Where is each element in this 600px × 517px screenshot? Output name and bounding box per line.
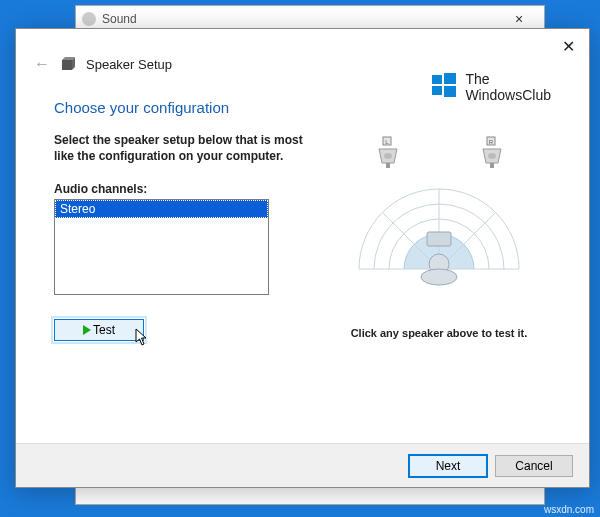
svg-rect-6 bbox=[444, 86, 456, 97]
svg-rect-5 bbox=[432, 86, 442, 95]
instruction-text: Select the speaker setup below that is m… bbox=[54, 132, 314, 164]
close-icon[interactable]: ✕ bbox=[562, 37, 575, 56]
branding-text: The WindowsClub bbox=[465, 71, 551, 103]
cancel-button[interactable]: Cancel bbox=[495, 455, 573, 477]
speaker-setup-dialog: ✕ ← Speaker Setup The WindowsClub Choose… bbox=[15, 28, 590, 488]
next-button-label: Next bbox=[436, 459, 461, 473]
svg-point-15 bbox=[384, 153, 392, 159]
svg-marker-0 bbox=[62, 60, 72, 70]
svg-point-24 bbox=[421, 269, 457, 285]
back-arrow-icon[interactable]: ← bbox=[34, 55, 50, 73]
wizard-body: Choose your configuration Select the spe… bbox=[16, 83, 589, 341]
svg-text:R: R bbox=[489, 139, 494, 145]
branding-line2: WindowsClub bbox=[465, 87, 551, 103]
wizard-footer: Next Cancel bbox=[16, 443, 589, 487]
config-column: Choose your configuration Select the spe… bbox=[54, 99, 299, 341]
list-item[interactable]: Stereo bbox=[55, 200, 268, 218]
svg-rect-16 bbox=[386, 163, 390, 168]
speaker-setup-icon bbox=[60, 56, 76, 72]
left-speaker-icon: L bbox=[379, 137, 397, 168]
branding-logo: The WindowsClub bbox=[431, 71, 551, 103]
test-button[interactable]: Test bbox=[54, 319, 144, 341]
next-button[interactable]: Next bbox=[409, 455, 487, 477]
cancel-button-label: Cancel bbox=[515, 459, 552, 473]
right-speaker-icon: R bbox=[483, 137, 501, 168]
speaker-diagram: L R bbox=[339, 129, 539, 299]
svg-rect-22 bbox=[427, 232, 451, 246]
audio-channels-listbox[interactable]: Stereo bbox=[54, 199, 269, 295]
choose-configuration-heading: Choose your configuration bbox=[54, 99, 299, 116]
windows-logo-icon bbox=[431, 72, 457, 102]
cursor-icon bbox=[135, 328, 151, 350]
close-icon[interactable]: × bbox=[500, 11, 538, 27]
svg-marker-7 bbox=[136, 329, 146, 345]
test-button-label: Test bbox=[93, 323, 115, 337]
watermark: wsxdn.com bbox=[544, 504, 594, 515]
branding-line1: The bbox=[465, 71, 551, 87]
svg-rect-21 bbox=[490, 163, 494, 168]
svg-rect-3 bbox=[432, 75, 442, 84]
sound-window-title: Sound bbox=[102, 12, 137, 26]
audio-channels-label: Audio channels: bbox=[54, 182, 299, 196]
speaker-diagram-column: L R bbox=[319, 99, 559, 341]
svg-point-20 bbox=[488, 153, 496, 159]
svg-rect-4 bbox=[444, 73, 456, 84]
play-icon bbox=[83, 325, 91, 335]
sound-app-icon bbox=[82, 12, 96, 26]
wizard-title: Speaker Setup bbox=[86, 57, 172, 72]
speaker-hint-text: Click any speaker above to test it. bbox=[319, 327, 559, 339]
